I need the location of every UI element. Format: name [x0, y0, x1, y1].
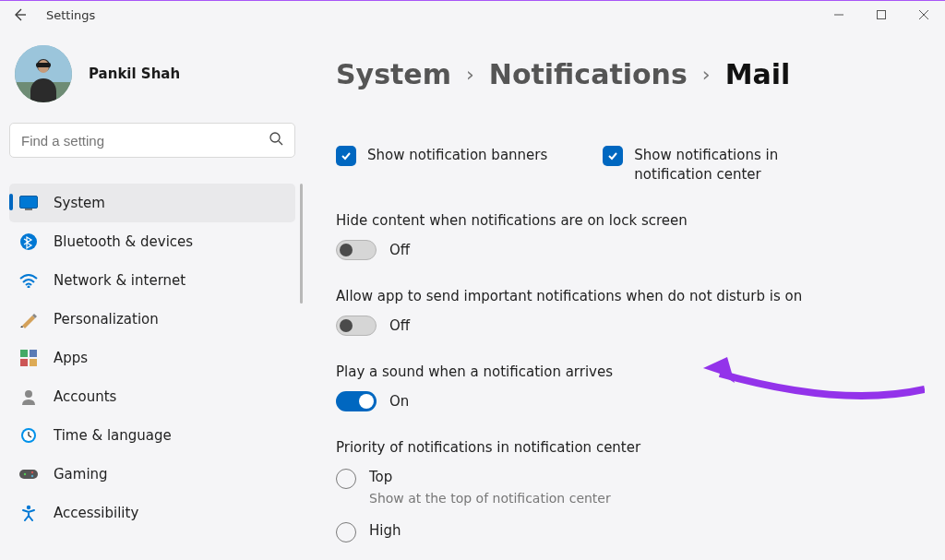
back-button[interactable] [6, 1, 33, 29]
sidebar-item-bluetooth[interactable]: Bluetooth & devices [9, 222, 295, 261]
sidebar-scrollbar[interactable] [300, 184, 303, 304]
svg-rect-15 [20, 350, 28, 357]
svg-rect-1 [878, 11, 886, 19]
svg-rect-12 [25, 209, 32, 210]
sidebar-item-time[interactable]: Time & language [9, 416, 295, 455]
radio-priority-top-sub: Show at the top of notification center [369, 491, 611, 506]
sidebar-item-label: System [54, 195, 105, 211]
minimize-button[interactable] [818, 1, 860, 29]
toggle-important-state: Off [389, 317, 410, 334]
checkbox-center-label: Show notifications in notification cente… [634, 146, 843, 185]
chevron-right-icon: › [466, 63, 474, 86]
svg-line-10 [279, 141, 282, 145]
avatar[interactable] [15, 45, 72, 102]
sidebar-item-system[interactable]: System [9, 184, 295, 222]
checkbox-banners[interactable] [336, 146, 356, 166]
radio-priority-top-label: Top [369, 469, 611, 485]
breadcrumb: System › Notifications › Mail [336, 58, 927, 90]
svg-rect-8 [36, 63, 51, 67]
svg-rect-18 [30, 359, 37, 366]
search-box[interactable] [9, 123, 295, 158]
accounts-icon [18, 387, 39, 407]
toggle-sound[interactable] [336, 391, 377, 411]
setting-sound-title: Play a sound when a notification arrives [336, 363, 927, 380]
svg-point-26 [27, 506, 30, 509]
bluetooth-icon [18, 232, 39, 252]
sidebar-item-apps[interactable]: Apps [9, 339, 295, 377]
setting-hide-content-title: Hide content when notifications are on l… [336, 212, 927, 229]
toggle-important[interactable] [336, 316, 377, 336]
gaming-icon [18, 464, 39, 484]
toggle-hide-content-state: Off [389, 242, 410, 258]
sidebar-item-accounts[interactable]: Accounts [9, 377, 295, 416]
sidebar-item-network[interactable]: Network & internet [9, 261, 295, 300]
svg-rect-11 [20, 197, 38, 209]
breadcrumb-level1[interactable]: System [336, 58, 451, 90]
personalization-icon [18, 309, 39, 329]
svg-point-19 [25, 390, 32, 398]
setting-priority-title: Priority of notifications in notificatio… [336, 439, 927, 456]
sidebar-item-label: Bluetooth & devices [54, 233, 193, 250]
sidebar-item-label: Network & internet [54, 272, 185, 289]
sidebar-item-label: Gaming [54, 466, 108, 483]
search-input[interactable] [21, 133, 269, 149]
radio-priority-high[interactable] [336, 522, 356, 542]
breadcrumb-current: Mail [725, 58, 791, 90]
svg-rect-16 [30, 350, 37, 357]
sidebar-item-label: Accounts [54, 388, 116, 405]
chevron-right-icon: › [702, 63, 711, 86]
breadcrumb-level2[interactable]: Notifications [489, 58, 688, 90]
radio-priority-high-label: High [369, 522, 401, 539]
search-icon [269, 131, 283, 149]
time-icon [18, 425, 39, 446]
sidebar-item-accessibility[interactable]: Accessibility [9, 494, 295, 532]
radio-priority-top[interactable] [336, 469, 356, 489]
setting-important-title: Allow app to send important notification… [336, 288, 927, 304]
svg-point-14 [28, 286, 30, 289]
svg-point-25 [31, 475, 33, 477]
svg-point-24 [31, 471, 33, 473]
network-icon [18, 270, 39, 291]
checkbox-banners-label: Show notification banners [367, 146, 547, 165]
sidebar-item-personalization[interactable]: Personalization [9, 300, 295, 339]
apps-icon [18, 348, 39, 368]
user-name: Pankil Shah [89, 66, 180, 82]
toggle-sound-state: On [389, 393, 409, 410]
close-button[interactable] [903, 1, 945, 29]
maximize-button[interactable] [860, 1, 903, 29]
toggle-hide-content[interactable] [336, 240, 377, 260]
checkbox-center[interactable] [603, 146, 623, 166]
svg-point-9 [270, 133, 280, 142]
system-icon [18, 193, 39, 213]
sidebar-item-label: Accessibility [54, 505, 138, 521]
sidebar-item-label: Personalization [54, 311, 159, 328]
sidebar-item-label: Apps [54, 350, 88, 366]
svg-point-23 [24, 473, 26, 475]
window-title: Settings [46, 8, 95, 22]
svg-rect-17 [20, 359, 28, 366]
sidebar-item-gaming[interactable]: Gaming [9, 455, 295, 494]
sidebar-item-label: Time & language [54, 427, 172, 444]
accessibility-icon [18, 503, 39, 523]
svg-rect-22 [19, 470, 38, 479]
